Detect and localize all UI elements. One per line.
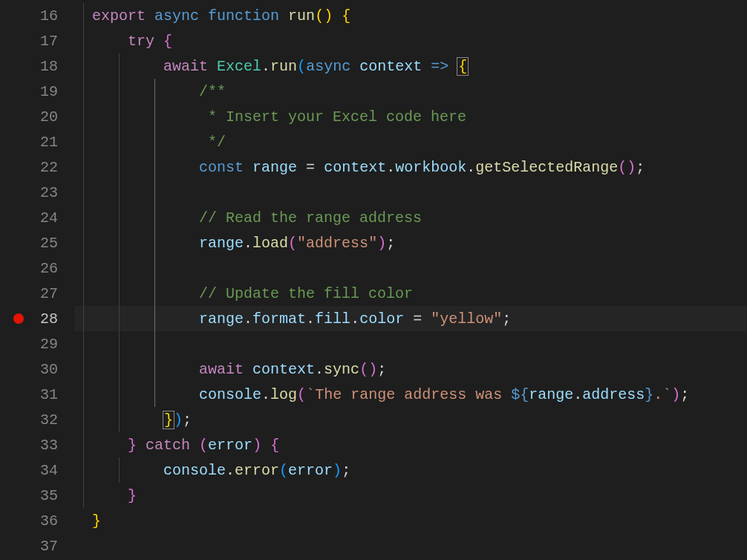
indent-guide xyxy=(83,432,84,458)
code-line[interactable]: }); xyxy=(74,407,747,432)
line-number[interactable]: 29 xyxy=(0,331,74,356)
code-line[interactable]: */ xyxy=(74,129,747,154)
indent-guide xyxy=(154,205,155,230)
indent-guide xyxy=(83,154,84,180)
breakpoint-icon[interactable] xyxy=(13,313,24,324)
indent-guide xyxy=(83,356,84,382)
code-line[interactable]: } catch (error) { xyxy=(74,432,747,458)
indent-guide xyxy=(83,281,84,306)
indent-guide xyxy=(83,79,84,104)
line-number[interactable]: 35 xyxy=(0,483,74,508)
indent-guide xyxy=(119,382,120,407)
indent-guide xyxy=(119,281,120,306)
line-number[interactable]: 17 xyxy=(0,28,74,53)
line-number[interactable]: 30 xyxy=(0,356,74,382)
line-number[interactable]: 31 xyxy=(0,382,74,407)
indent-guide xyxy=(119,205,120,230)
indent-guide xyxy=(154,180,155,205)
indent-guide xyxy=(154,306,155,331)
line-number[interactable]: 25 xyxy=(0,230,74,255)
code-area[interactable]: export async function run() { try { awai… xyxy=(74,0,747,560)
code-line[interactable]: const range = context.workbook.getSelect… xyxy=(74,154,747,180)
indent-guide xyxy=(119,306,120,331)
indent-guide xyxy=(119,331,120,356)
line-number[interactable]: 36 xyxy=(0,508,74,533)
line-number[interactable]: 32 xyxy=(0,407,74,432)
line-number[interactable]: 23 xyxy=(0,180,74,205)
indent-guide xyxy=(83,331,84,356)
indent-guide xyxy=(83,180,84,205)
indent-guide xyxy=(119,180,120,205)
line-number[interactable]: 20 xyxy=(0,104,74,129)
code-line[interactable]: /** xyxy=(74,79,747,104)
line-number[interactable]: 34 xyxy=(0,458,74,483)
indent-guide xyxy=(83,104,84,129)
code-line[interactable]: } xyxy=(74,508,747,533)
code-line[interactable]: range.format.fill.color = "yellow"; xyxy=(74,306,747,331)
indent-guide xyxy=(83,28,84,53)
indent-guide xyxy=(154,230,155,255)
indent-guide xyxy=(83,3,84,28)
code-line[interactable]: range.load("address"); xyxy=(74,230,747,255)
indent-guide xyxy=(83,255,84,281)
indent-guide xyxy=(119,154,120,180)
indent-guide xyxy=(154,356,155,382)
indent-guide xyxy=(119,356,120,382)
indent-guide xyxy=(154,104,155,129)
indent-guide xyxy=(154,154,155,180)
line-number[interactable]: 27 xyxy=(0,281,74,306)
indent-guide xyxy=(119,79,120,104)
indent-guide xyxy=(154,129,155,154)
indent-guide xyxy=(119,129,120,154)
code-line[interactable]: // Read the range address xyxy=(74,205,747,230)
indent-guide xyxy=(83,382,84,407)
indent-guide xyxy=(119,407,120,432)
indent-guide xyxy=(83,407,84,432)
code-line[interactable]: await context.sync(); xyxy=(74,356,747,382)
line-number[interactable]: 37 xyxy=(0,533,74,559)
code-line[interactable] xyxy=(74,255,747,281)
line-number[interactable]: 16 xyxy=(0,3,74,28)
line-number[interactable]: 26 xyxy=(0,255,74,281)
indent-guide xyxy=(119,458,120,483)
indent-guide xyxy=(83,205,84,230)
code-line[interactable]: export async function run() { xyxy=(74,3,747,28)
code-line[interactable]: // Update the fill color xyxy=(74,281,747,306)
code-line[interactable]: console.log(`The range address was ${ran… xyxy=(74,382,747,407)
indent-guide xyxy=(154,281,155,306)
code-line[interactable]: * Insert your Excel code here xyxy=(74,104,747,129)
line-number[interactable]: 19 xyxy=(0,79,74,104)
code-line[interactable]: console.error(error); xyxy=(74,458,747,483)
line-number[interactable]: 28 xyxy=(0,306,74,331)
line-number[interactable]: 22 xyxy=(0,154,74,180)
gutter[interactable]: 16 17 18 19 20 21 22 23 24 25 26 27 28 2… xyxy=(0,0,74,560)
indent-guide xyxy=(119,255,120,281)
line-number[interactable]: 33 xyxy=(0,432,74,458)
indent-guide xyxy=(119,104,120,129)
code-line[interactable]: await Excel.run(async context => { xyxy=(74,53,747,79)
code-line[interactable] xyxy=(74,180,747,205)
indent-guide xyxy=(119,53,120,79)
code-editor[interactable]: 16 17 18 19 20 21 22 23 24 25 26 27 28 2… xyxy=(0,0,747,560)
code-line[interactable] xyxy=(74,331,747,356)
indent-guide xyxy=(154,382,155,407)
indent-guide xyxy=(83,230,84,255)
code-line[interactable]: } xyxy=(74,483,747,508)
indent-guide xyxy=(83,458,84,483)
line-number[interactable]: 18 xyxy=(0,53,74,79)
indent-guide xyxy=(119,230,120,255)
indent-guide xyxy=(154,79,155,104)
indent-guide xyxy=(83,483,84,508)
indent-guide xyxy=(83,129,84,154)
indent-guide xyxy=(154,331,155,356)
indent-guide xyxy=(83,306,84,331)
code-line[interactable] xyxy=(74,533,747,559)
line-number[interactable]: 24 xyxy=(0,205,74,230)
indent-guide xyxy=(154,255,155,281)
line-number[interactable]: 21 xyxy=(0,129,74,154)
indent-guide xyxy=(83,53,84,79)
code-line[interactable]: try { xyxy=(74,28,747,53)
